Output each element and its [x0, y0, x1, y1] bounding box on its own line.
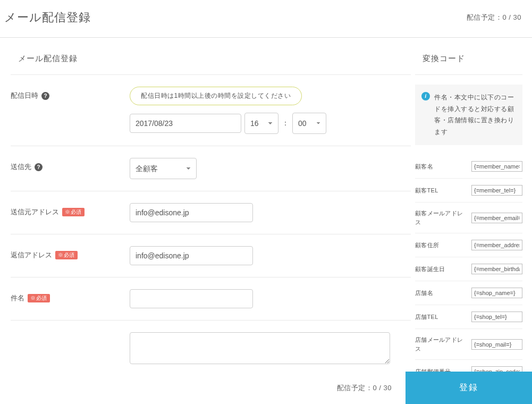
layout: メール配信登録 配信日時 ? 配信日時は1時間以上後の時間を設定してください 1… — [0, 38, 532, 404]
row-from-address: 送信元アドレス ※必須 — [11, 191, 411, 234]
code-value[interactable] — [471, 161, 522, 172]
code-label: 顧客名 — [415, 162, 467, 171]
row-recipient: 送信先 ? 全顧客 — [11, 146, 411, 191]
code-row: 顧客誕生日 — [415, 257, 522, 281]
help-icon[interactable]: ? — [41, 92, 49, 100]
main-section-title: メール配信登録 — [11, 38, 411, 75]
code-row: 店舗名 — [415, 281, 522, 305]
main-column: メール配信登録 配信日時 ? 配信日時は1時間以上後の時間を設定してください 1… — [0, 38, 411, 404]
sidebar: 変換コード i 件名・本文中に以下のコードを挿入すると対応する顧客・店舗情報に置… — [411, 38, 532, 404]
label-from: 送信元アドレス — [11, 207, 59, 217]
header-counter: 配信予定：0 / 30 — [467, 13, 521, 22]
body-textarea[interactable] — [130, 332, 390, 364]
minute-select[interactable]: 00 — [292, 113, 326, 134]
code-value[interactable] — [471, 240, 522, 250]
required-badge: ※必須 — [28, 294, 50, 302]
code-table: 顧客名 顧客TEL 顧客メールアドレス 顧客住所 顧客誕生日 店舗名 店舗TEL… — [415, 155, 522, 404]
label-subject: 件名 — [11, 293, 24, 303]
footer: 配信予定：0 / 30 登録 — [0, 372, 532, 404]
code-value[interactable] — [471, 213, 522, 223]
submit-button[interactable]: 登録 — [406, 372, 532, 404]
row-reply-address: 返信アドレス ※必須 — [11, 234, 411, 277]
row-subject: 件名 ※必須 — [11, 277, 411, 321]
hour-select[interactable]: 16 — [244, 113, 278, 134]
sidebar-section-title: 変換コード — [415, 38, 522, 75]
delivery-hint: 配信日時は1時間以上後の時間を設定してください — [130, 87, 302, 105]
label-recipient: 送信先 — [11, 162, 31, 172]
required-badge: ※必須 — [62, 208, 85, 216]
code-label: 顧客誕生日 — [415, 265, 467, 274]
time-colon: ： — [282, 119, 289, 128]
recipient-select[interactable]: 全顧客 — [130, 158, 197, 179]
code-value[interactable] — [471, 185, 522, 196]
label-reply: 返信アドレス — [11, 250, 52, 260]
code-value[interactable] — [471, 339, 522, 350]
code-value[interactable] — [471, 288, 522, 298]
from-address-input[interactable] — [130, 203, 253, 222]
info-icon: i — [421, 92, 430, 100]
code-label: 顧客住所 — [415, 241, 467, 250]
code-label: 店舗名 — [415, 289, 467, 298]
code-row: 顧客TEL — [415, 179, 522, 203]
code-value[interactable] — [471, 312, 522, 322]
code-label: 店舗メールアドレス — [415, 335, 467, 353]
page-header: メール配信登録 配信予定：0 / 30 — [0, 0, 532, 38]
code-label: 店舗TEL — [415, 313, 467, 322]
date-input[interactable] — [130, 114, 241, 133]
code-label: 顧客TEL — [415, 186, 467, 195]
required-badge: ※必須 — [55, 251, 78, 259]
sidebar-note: i 件名・本文中に以下のコードを挿入すると対応する顧客・店舗情報に置き換わります — [415, 85, 522, 145]
code-row: 店舗TEL — [415, 305, 522, 329]
code-row: 店舗メールアドレス — [415, 329, 522, 360]
footer-counter: 配信予定：0 / 30 — [337, 383, 392, 393]
code-row: 顧客メールアドレス — [415, 203, 522, 233]
help-icon[interactable]: ? — [35, 163, 43, 171]
code-row: 顧客名 — [415, 155, 522, 179]
label-delivery-datetime: 配信日時 — [11, 91, 38, 100]
row-delivery-datetime: 配信日時 ? 配信日時は1時間以上後の時間を設定してください 16 ： 00 — [11, 75, 411, 146]
row-body — [11, 321, 411, 371]
reply-address-input[interactable] — [130, 246, 253, 265]
code-value[interactable] — [471, 264, 522, 274]
code-row: 顧客住所 — [415, 233, 522, 257]
subject-input[interactable] — [130, 289, 253, 308]
page-title: メール配信登録 — [4, 10, 91, 26]
code-label: 顧客メールアドレス — [415, 209, 467, 226]
